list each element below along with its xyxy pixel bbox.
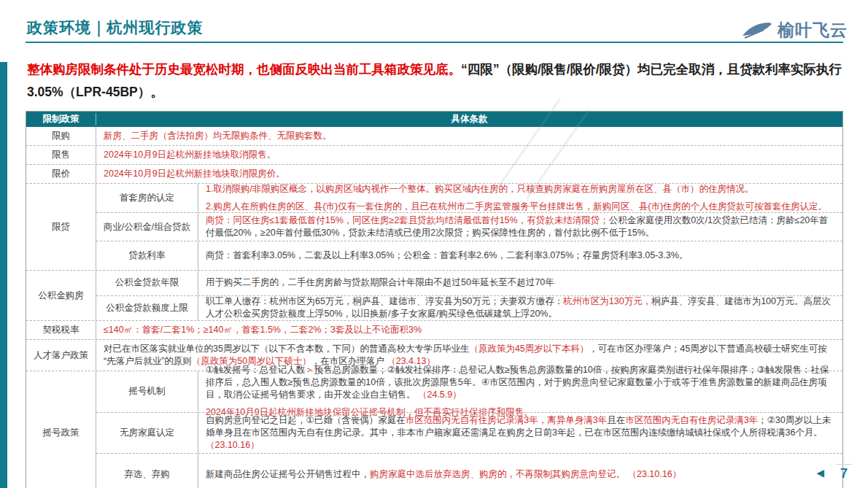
policy-subcategory-cell: 公积金贷款额度上限	[96, 296, 198, 321]
title-divider-line	[26, 42, 843, 43]
policy-subrow: 公积金贷款额度上限职工单人缴存：杭州市区为65万元，桐庐县、建德市、淳安县为50…	[96, 295, 842, 321]
policy-group-row: 契税税率≤140㎡：首套/二套1%；≥140㎡，首套1.5%，二套2%；3套及以…	[26, 320, 842, 339]
policy-paragraph: 自购房意向登记之日起，①已婚（含丧偶）家庭在市区范围内无自有住房记录满3年，离异…	[206, 414, 835, 452]
policy-group-row: 限购新房、二手房（含法拍房）均无限购条件、无限购套数。	[26, 127, 842, 145]
table-header-restriction: 限制政策	[26, 113, 96, 125]
policy-paragraph: 职工单人缴存：杭州市区为65万元，桐庐县、建德市、淳安县为50万元；夫妻双方缴存…	[206, 295, 835, 320]
policy-subrows: 2024年10月9日起杭州新挂地块取消限售。	[96, 146, 842, 164]
text-segment: 职工单人缴存：杭州市区为65万元，桐庐县、建德市、淳安县为50万元；夫妻双方缴存…	[206, 296, 563, 306]
text-segment: 2.购房人在所购住房的区、县(市)仅有一套住房的，且已在杭州市二手房监管服务平台…	[206, 201, 827, 212]
text-segment: 市区范围内无自有住房记录满3年，离异单身满3年	[406, 415, 607, 425]
policy-category-cell: 公积金购房	[26, 271, 96, 320]
policy-category-cell: 限购	[26, 127, 96, 145]
policy-content-cell: 1.取消限购/非限购区概念，以购房区域内视作一个整体。购买区域内住房的，只核查购…	[198, 184, 842, 212]
text-segment: ＞	[305, 365, 314, 375]
policy-subrow: 公积金贷款年限用于购买二手房的，二手住房房龄与贷款期限合计年限由不超过50年延长…	[96, 271, 842, 295]
policy-content-cell: 商贷：同区住房≤1套最低首付15%，同区住房≥2套且贷款均结清最低首付15%，有…	[198, 213, 842, 241]
policy-subcategory-cell: 贷款利率	[96, 241, 198, 270]
policy-content-cell: ①触发摇号：总登记人数＞预售总房源数量；②触发社保排序：总登记人数≥预售总房源数…	[198, 371, 842, 412]
text-segment: ①触发摇号：总登记人数	[206, 365, 305, 375]
policy-content-cell: 用于购买二手房的，二手住房房龄与贷款期限合计年限由不超过50年延长至不超过70年	[198, 271, 842, 295]
policy-subrows: 公积金贷款年限用于购买二手房的，二手住房房龄与贷款期限合计年限由不超过50年延长…	[96, 271, 842, 320]
policy-group-row: 摇号政策摇号机制①触发摇号：总登记人数＞预售总房源数量；②触发社保排序：总登记人…	[26, 371, 842, 488]
policy-subrow: 2024年10月9日起杭州新挂地块取消限售。	[96, 146, 842, 164]
policy-paragraph: 新建商品住房公证摇号公开销售过程中，购房家庭中选后放弃选房、购房的，不再限制其购…	[206, 468, 835, 481]
policy-subrow: 首套房的认定1.取消限购/非限购区概念，以购房区域内视作一个整体。购买区域内住房…	[96, 184, 842, 212]
policy-content-cell: 新建商品住房公证摇号公开销售过程中，购房家庭中选后放弃选房、购房的，不再限制其购…	[198, 454, 842, 488]
text-segment: 2024年10月9日起杭州新挂地块取消限售。	[104, 150, 276, 160]
text-segment: 新建商品住房公证摇号公开销售过程中，	[206, 469, 370, 479]
policy-subcategory-cell: 公积金贷款年限	[96, 271, 198, 295]
policy-subrows: ≤140㎡：首套/二套1%；≥140㎡，首套1.5%，二套2%；3套及以上不论面…	[96, 321, 842, 339]
policy-subcategory-cell: 商业/公积金/组合贷款	[96, 213, 198, 241]
policy-subrow: 2024年10月9日起杭州新挂地块取消限房价。	[96, 165, 842, 183]
policy-group-row: 限价2024年10月9日起杭州新挂地块取消限房价。	[26, 164, 842, 183]
headline: 整体购房限制条件处于历史最宽松时期，也侧面反映出当前工具箱政策见底。“四限”（限…	[27, 58, 844, 104]
policy-subcategory-cell: 首套房的认定	[96, 184, 198, 212]
policy-category-cell: 摇号政策	[26, 371, 96, 488]
text-segment: 商贷：首套利率3.05%，二套及以上利率3.05%；公积金：首套利率2.6%，二…	[206, 250, 688, 260]
page-navigation: ◀ 7	[816, 464, 852, 481]
policy-paragraph: 新房、二手房（含法拍房）均无限购条件、无限购套数。	[104, 130, 835, 142]
policy-subrows: 首套房的认定1.取消限购/非限购区概念，以购房区域内视作一个整体。购买区域内住房…	[96, 184, 842, 270]
policy-category-cell: 限价	[26, 165, 96, 183]
policy-content-cell: 职工单人缴存：杭州市区为65万元，桐庐县、建德市、淳安县为50万元；夫妻双方缴存…	[198, 296, 842, 321]
policy-content-cell: ≤140㎡：首套/二套1%；≥140㎡，首套1.5%，二套2%；3套及以上不论面…	[96, 321, 842, 339]
policy-paragraph: ①触发摇号：总登记人数＞预售总房源数量；②触发社保排序：总登记人数≥预售总房源数…	[206, 364, 835, 401]
text-segment: ≤140㎡：首套/二套1%；≥140㎡，首套1.5%，二套2%；3套及以上不论面…	[104, 325, 422, 335]
policy-paragraph: 商贷：首套利率3.05%，二套及以上利率3.05%；公积金：首套利率2.6%，二…	[206, 249, 835, 262]
policy-group-row: 限售2024年10月9日起杭州新挂地块取消限售。	[26, 145, 842, 164]
policy-content-cell: 2024年10月9日起杭州新挂地块取消限房价。	[96, 165, 842, 183]
prev-page-icon[interactable]: ◀	[816, 468, 824, 478]
policy-paragraph: 用于购买二手房的，二手住房房龄与贷款期限合计年限由不超过50年延长至不超过70年	[206, 276, 835, 289]
logo: 榆叶飞云	[742, 19, 848, 42]
policy-subrows: 摇号机制①触发摇号：总登记人数＞预售总房源数量；②触发社保排序：总登记人数≥预售…	[96, 371, 842, 488]
policy-subrow: 新房、二手房（含法拍房）均无限购条件、无限购套数。	[96, 127, 842, 145]
table-header-terms: 具体条款	[96, 113, 842, 125]
page-title: 政策环境｜杭州现行政策	[27, 18, 204, 38]
policy-subcategory-cell: 摇号机制	[96, 371, 198, 412]
text-segment: 购房家庭中选后放弃选房、购房的，不再限制其购房意向登记。 （23.10.16）	[370, 469, 681, 479]
policy-subrow: ≤140㎡：首套/二套1%；≥140㎡，首套1.5%，二套2%；3套及以上不论面…	[96, 321, 842, 339]
policy-category-cell: 契税税率	[26, 321, 96, 339]
text-segment: 自购房意向登记之日起，①已婚（含丧偶）家庭在	[206, 415, 406, 425]
text-segment: 对已在市区落实就业单位的35周岁以下（以下不含本数，下同）的普通高校大专学历毕业…	[104, 344, 469, 354]
logo-feather-icon	[742, 21, 772, 40]
policy-paragraph: 商贷：同区住房≤1套最低首付15%，同区住房≥2套且贷款均结清最低首付15%，有…	[206, 214, 835, 239]
policy-subrow: 无房家庭认定自购房意向登记之日起，①已婚（含丧偶）家庭在市区范围内无自有住房记录…	[96, 412, 842, 454]
policy-category-cell: 人才落户政策	[26, 340, 96, 371]
text-segment: 市区范围内无自有住房记录满3年	[625, 415, 758, 425]
text-segment: 新房、二手房（含法拍房）均无限购条件、无限购套数。	[104, 131, 332, 141]
policy-subrow: 商业/公积金/组合贷款商贷：同区住房≤1套最低首付15%，同区住房≥2套且贷款均…	[96, 212, 842, 241]
text-segment: 1.取消限购/非限购区概念，以购房区域内视作一个整体。购买区域内住房的，只核查购…	[206, 184, 753, 194]
policy-group-row: 限贷首套房的认定1.取消限购/非限购区概念，以购房区域内视作一个整体。购买区域内…	[26, 183, 842, 270]
policy-subrow: 弃选、弃购新建商品住房公证摇号公开销售过程中，购房家庭中选后放弃选房、购房的，不…	[96, 453, 842, 488]
policy-paragraph: 1.取消限购/非限购区概念，以购房区域内视作一个整体。购买区域内住房的，只核查购…	[206, 183, 835, 195]
policy-content-cell: 商贷：首套利率3.05%，二套及以上利率3.05%；公积金：首套利率2.6%，二…	[198, 241, 842, 270]
table-header: 限制政策 具体条款	[26, 112, 842, 127]
text-segment: 用于购买二手房的，二手住房房龄与贷款期限合计年限由不超过50年延长至不超过70年	[206, 277, 554, 287]
policy-table: 限制政策 具体条款 限购新房、二手房（含法拍房）均无限购条件、无限购套数。限售2…	[26, 111, 843, 488]
policy-paragraph: ≤140㎡：首套/二套1%；≥140㎡，首套1.5%，二套2%；3套及以上不论面…	[104, 324, 835, 336]
text-segment: （24.5.9）	[418, 390, 462, 400]
text-segment: 2024年10月9日起杭州新挂地块取消限房价。	[104, 169, 285, 179]
policy-category-cell: 限贷	[26, 184, 96, 270]
logo-text: 榆叶飞云	[778, 19, 848, 42]
policy-subrows: 2024年10月9日起杭州新挂地块取消限房价。	[96, 165, 842, 183]
policy-subcategory-cell: 无房家庭认定	[96, 413, 198, 454]
policy-paragraph: 2024年10月9日起杭州新挂地块取消限售。	[104, 149, 835, 161]
policy-subcategory-cell: 弃选、弃购	[96, 454, 198, 488]
policy-subrows: 新房、二手房（含法拍房）均无限购条件、无限购套数。	[96, 127, 842, 145]
policy-paragraph: 2024年10月9日起杭州新挂地块取消限房价。	[104, 168, 835, 180]
text-segment: （23.10.16）	[206, 440, 260, 450]
policy-paragraph: 2.购房人在所购住房的区、县(市)仅有一套住房的，且已在杭州市二手房监管服务平台…	[206, 201, 835, 213]
page-number: 7	[836, 464, 852, 481]
text-segment: （原政策为45周岁以下本科）	[469, 344, 589, 354]
left-accent-bar	[0, 62, 7, 488]
text-segment: 且在	[607, 415, 625, 425]
text-segment: 杭州市区为130万元，	[563, 296, 651, 306]
headline-red-text: 整体购房限制条件处于历史最宽松时期，也侧面反映出当前工具箱政策见底。	[27, 62, 461, 77]
policy-content-cell: 自购房意向登记之日起，①已婚（含丧偶）家庭在市区范围内无自有住房记录满3年，离异…	[198, 413, 842, 454]
policy-group-row: 公积金购房公积金贷款年限用于购买二手房的，二手住房房龄与贷款期限合计年限由不超过…	[26, 270, 842, 320]
table-body: 限购新房、二手房（含法拍房）均无限购条件、无限购套数。限售2024年10月9日起…	[26, 127, 842, 488]
